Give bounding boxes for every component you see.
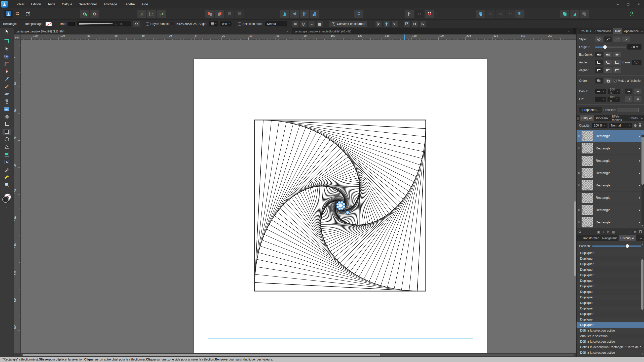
panel-menu-icon[interactable]: ≡ [640,28,644,34]
layer-row[interactable]: ∷Rectangle● [577,216,644,228]
close-button[interactable]: × [633,0,644,8]
history-entry[interactable]: Dupliquer [577,295,644,300]
layer-row[interactable]: ∷Rectangle● [577,142,644,154]
designer-persona-button[interactable] [4,10,13,18]
tab-apparence[interactable]: Apparence [622,28,640,34]
stroke-style-brush[interactable] [622,36,630,42]
canvas-viewport[interactable] [21,40,576,353]
history-entry[interactable]: Dupliquer [577,272,644,278]
layer-handle-icon[interactable]: ∷ [577,208,582,212]
tab-effets-rapides[interactable]: Effets rapides [610,115,628,121]
layer-row[interactable]: ∷Rectangle● [577,192,644,204]
menu-affichage[interactable]: Affichage [100,0,120,8]
panel-grip[interactable]: || [577,115,580,121]
miter-field[interactable]: 1,5 [632,60,641,65]
stroke-swatch[interactable] [68,22,75,26]
cap-square[interactable] [604,52,612,57]
layer-handle-icon[interactable]: ∷ [577,221,582,224]
adjustment-layer-icon[interactable]: ◑ [603,230,605,234]
layer-name[interactable]: Rectangle [596,183,611,187]
artwork[interactable] [194,59,487,353]
place-image-tool[interactable] [3,106,11,112]
radius-simple-checkbox[interactable]: Rayon simple [146,22,169,26]
cap-butt[interactable] [613,52,621,57]
rotation-center-icon[interactable]: ◎ [300,21,307,27]
layer-visibility-icon[interactable]: ● [639,221,640,224]
align-right-icon[interactable] [392,21,398,27]
flip-vertical-icon[interactable] [290,10,299,18]
align-stroke-inside[interactable] [604,67,612,73]
layer-handle-icon[interactable]: ∷ [577,184,582,187]
boolean-subtract-icon[interactable] [570,10,579,18]
layer-visibility-icon[interactable]: ● [639,209,640,212]
fill-stroke-wells[interactable]: ⌄ [2,193,12,204]
layer-visibility-icon[interactable]: ● [639,196,640,199]
stroke-width-slider[interactable] [595,47,626,48]
corner-type-dropdown[interactable]: ˅ [209,21,218,26]
panel-grip[interactable]: || [577,28,579,34]
style-picker-tool[interactable] [3,114,11,120]
color-picker-tool[interactable] [3,167,11,173]
rotate-ccw-icon[interactable] [300,10,309,18]
move-tool[interactable] [3,46,11,52]
layer-name[interactable]: Rectangle [596,134,611,138]
fill-gradient-tool[interactable] [3,91,11,97]
menu-fichier[interactable]: Fichier [11,0,28,8]
layer-thumbnail[interactable] [582,168,593,178]
history-scrollbar-thumb[interactable] [641,259,643,310]
panel-menu-icon[interactable]: ≡ [639,115,644,121]
layer-row[interactable]: ∷Rectangle● [577,130,644,142]
horizontal-ruler[interactable]: -120-100-80-60-40-2002040608010012014016… [21,34,576,40]
layer-thumbnail[interactable] [582,193,593,203]
layer-handle-icon[interactable]: ∷ [577,196,582,199]
layer-name[interactable]: Rectangle [596,220,611,224]
tab-historique[interactable]: Historique [619,235,636,241]
layer-visibility-icon[interactable]: ● [639,172,640,175]
app-logo-icon[interactable] [1,1,8,8]
mask-layer-icon[interactable]: ▣ [597,230,600,234]
snapping-magnet-icon[interactable] [425,10,434,18]
document-page[interactable] [194,59,487,353]
snapping-dropdown-chevron[interactable]: ˅ [435,10,438,18]
scene-stack-icon[interactable]: ⧉ [579,230,581,234]
history-entry[interactable]: Dupliquer [577,300,644,306]
history-entry[interactable]: Dupliquer [577,322,644,328]
layers-scrollbar-thumb[interactable] [641,137,644,185]
history-entry[interactable]: Dupliquer [577,311,644,317]
insert-on-top-icon[interactable] [215,10,224,18]
history-position-slider[interactable] [592,246,641,247]
layer-name[interactable]: Rectangle [596,159,611,163]
history-entry[interactable]: Définir la sélection active [577,350,644,355]
tab-2-close-icon[interactable]: × [567,30,571,33]
convert-to-curves-button[interactable]: Convertir en courbes [329,21,367,27]
blend-mode-dropdown[interactable]: Normal˅ [609,123,632,128]
point-transform-tool[interactable] [3,53,11,59]
minimize-button[interactable]: – [612,0,623,8]
pen-tool[interactable] [3,68,11,74]
close-curve-icon[interactable] [496,10,505,18]
account-person-icon[interactable] [627,10,636,18]
remove-ends-icon[interactable]: ⊗ [634,96,641,102]
export-persona-button[interactable] [24,10,33,18]
tab-1-close-icon[interactable]: × [286,30,290,33]
end-style-dropdown[interactable]: —˅ [595,97,606,102]
rotate-canvas-icon[interactable] [157,10,166,18]
layer-name[interactable]: Rectangle [596,196,611,199]
layer-thumbnail[interactable] [582,143,593,153]
absolute-sizes-checkbox[interactable]: Tailles absolues [171,22,197,26]
align-left-icon[interactable] [375,21,382,27]
layer-row[interactable]: ∷Rectangle● [577,155,644,167]
auto-select-checkbox[interactable]: Sélection auto.: [238,22,263,26]
vertical-scrollbar-thumb[interactable] [574,201,576,276]
layer-row[interactable]: ∷Rectangle● [577,179,644,191]
arrow-at-end-icon[interactable]: ⇥ [625,89,632,94]
maximize-button[interactable]: ▢ [623,0,633,8]
menu-calque[interactable]: Calque [59,0,75,8]
join-curves-icon[interactable] [515,10,524,18]
document-settings-gear-icon[interactable]: ⚙ [80,10,89,18]
tab-trait[interactable]: Trait [613,28,622,34]
align-top-icon[interactable] [404,21,410,27]
pressure-graph[interactable] [618,108,639,112]
cap-round[interactable] [595,52,603,57]
layer-row[interactable]: ∷Rectangle● [577,167,644,179]
